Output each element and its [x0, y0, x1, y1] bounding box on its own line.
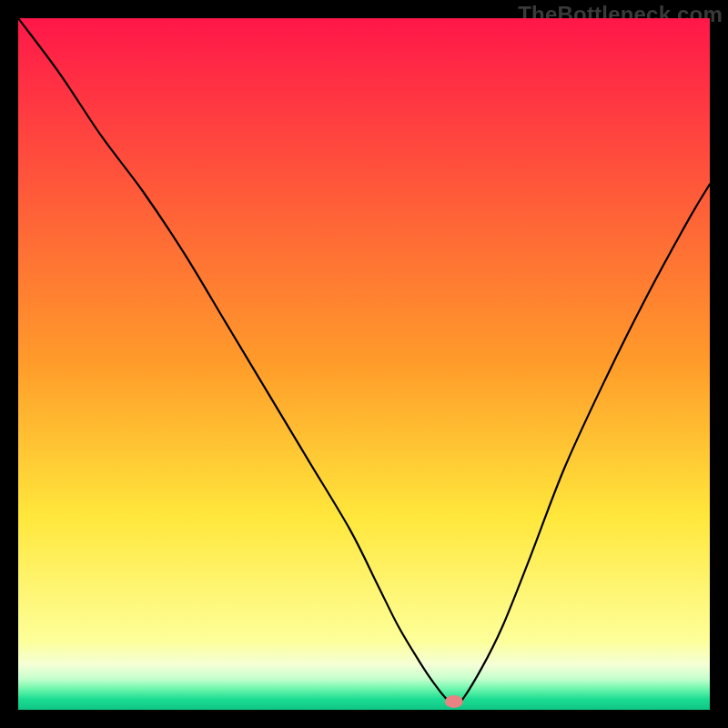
chart-svg: [18, 18, 710, 710]
chart-container: TheBottleneck.com: [0, 0, 728, 728]
plot-area: [18, 18, 710, 710]
gradient-background: [18, 18, 710, 710]
min-bottleneck-marker: [445, 695, 463, 708]
